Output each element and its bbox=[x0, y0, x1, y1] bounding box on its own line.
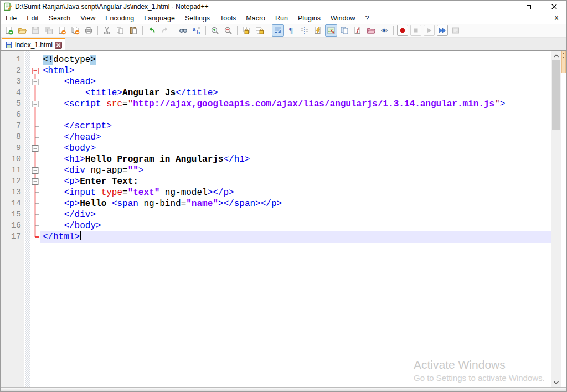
fold-collapse-marker[interactable] bbox=[30, 143, 40, 154]
code-text[interactable]: <h1>Hello Program in Angularjs</h1> bbox=[40, 154, 551, 165]
editor-pane[interactable]: 1<!doctype>2<html>3 <head>4 <title>Angul… bbox=[1, 51, 566, 387]
scrollbar-down-button[interactable] bbox=[551, 378, 561, 387]
toolbar-sync-horizontal-button[interactable] bbox=[254, 24, 266, 37]
code-text[interactable]: <body> bbox=[40, 143, 551, 154]
menu-item-plugins[interactable]: Plugins bbox=[293, 13, 326, 23]
toolbar-save-all-button[interactable] bbox=[43, 24, 55, 37]
toolbar-run-macro-multiple-button[interactable] bbox=[437, 25, 448, 36]
menu-item-search[interactable]: Search bbox=[44, 13, 76, 23]
menu-item-edit[interactable]: Edit bbox=[22, 13, 44, 23]
toolbar-separator bbox=[97, 26, 98, 35]
bookmark-cell bbox=[25, 154, 30, 165]
toolbar-replace-button[interactable]: ab bbox=[190, 24, 203, 37]
menu-item-run[interactable]: Run bbox=[270, 13, 293, 23]
toolbar-print-button[interactable] bbox=[83, 24, 95, 37]
code-text[interactable]: <div ng-app=""> bbox=[40, 165, 551, 176]
menu-item-tools[interactable]: Tools bbox=[215, 13, 241, 23]
fold-collapse-marker[interactable] bbox=[30, 99, 40, 110]
toolbar-word-wrap-button[interactable] bbox=[272, 24, 284, 37]
menu-item-settings[interactable]: Settings bbox=[180, 13, 215, 23]
toolbar-indent-guide-button[interactable] bbox=[298, 24, 311, 37]
fold-collapse-marker[interactable] bbox=[30, 176, 40, 187]
toolbar-stop-macro-button[interactable] bbox=[410, 25, 421, 36]
bookmark-cell bbox=[25, 187, 30, 198]
tab-index-1-html[interactable]: index_1.html bbox=[2, 38, 65, 50]
code-text[interactable]: <input type="text" ng-model></p> bbox=[40, 187, 551, 198]
toolbar-zoom-in-button[interactable] bbox=[209, 24, 221, 37]
minimize-button[interactable] bbox=[492, 1, 517, 13]
toolbar-function-completion-button[interactable] bbox=[312, 24, 324, 37]
toolbar: ab¶ bbox=[1, 24, 566, 38]
toolbar-record-macro-button[interactable] bbox=[397, 25, 408, 36]
toolbar-trim-save-button[interactable] bbox=[450, 24, 462, 37]
toolbar-save-file-button[interactable] bbox=[29, 24, 42, 37]
tab-close-button[interactable] bbox=[55, 42, 62, 49]
document-map-icon bbox=[327, 26, 336, 35]
fold-guide bbox=[30, 231, 40, 243]
toolbar-copy-button[interactable] bbox=[114, 24, 126, 37]
menu-close-document-button[interactable]: X bbox=[547, 14, 566, 22]
scrollbar-thumb[interactable] bbox=[552, 60, 560, 130]
fold-collapse-marker[interactable] bbox=[30, 76, 40, 87]
menu-item-file[interactable]: File bbox=[1, 13, 22, 23]
toolbar-zoom-out-button[interactable] bbox=[222, 24, 234, 37]
toolbar-new-file-button[interactable] bbox=[3, 24, 15, 37]
toolbar-cut-button[interactable] bbox=[101, 24, 113, 37]
toolbar-function-list-button[interactable] bbox=[352, 24, 364, 37]
bookmark-cell bbox=[25, 99, 30, 110]
code-line-15: 15 </div> bbox=[1, 209, 551, 220]
toolbar-monitoring-button[interactable] bbox=[378, 24, 390, 37]
toolbar-open-file-button[interactable] bbox=[16, 24, 28, 37]
code-text[interactable]: </html> bbox=[40, 231, 551, 243]
code-text[interactable]: <p>Hello <span ng-bind="name"></span></p… bbox=[40, 198, 551, 209]
menu-item-window[interactable]: Window bbox=[326, 13, 360, 23]
code-text[interactable]: <!doctype> bbox=[40, 54, 551, 65]
code-text[interactable]: <html> bbox=[40, 65, 551, 76]
toolbar-document-map-button[interactable] bbox=[325, 24, 337, 37]
code-text[interactable]: <p>Enter Text: bbox=[40, 176, 551, 187]
line-number: 5 bbox=[1, 99, 25, 110]
fold-collapse-marker[interactable] bbox=[30, 165, 40, 176]
toolbar-paste-button[interactable] bbox=[127, 24, 140, 37]
line-number: 13 bbox=[1, 187, 25, 198]
close-button[interactable] bbox=[542, 1, 566, 13]
toolbar-close-file-button[interactable] bbox=[56, 24, 68, 37]
fold-guide bbox=[30, 198, 40, 209]
document-map-panel[interactable] bbox=[561, 51, 566, 387]
tab-saved-icon bbox=[5, 41, 13, 49]
code-text[interactable]: </script> bbox=[40, 121, 551, 132]
menu-item-macro[interactable]: Macro bbox=[241, 13, 270, 23]
code-text[interactable]: <head> bbox=[40, 76, 551, 87]
vertical-scrollbar[interactable] bbox=[551, 51, 561, 387]
fold-guide bbox=[30, 154, 40, 165]
toolbar-find-button[interactable] bbox=[177, 24, 189, 37]
toolbar-document-switcher-button[interactable] bbox=[338, 24, 350, 37]
line-number: 12 bbox=[1, 176, 25, 187]
toolbar-close-all-button[interactable] bbox=[69, 24, 81, 37]
fold-collapse-marker[interactable] bbox=[30, 65, 40, 76]
menu-item-language[interactable]: Language bbox=[139, 13, 180, 23]
code-line-6: 6 bbox=[1, 110, 551, 121]
toolbar-redo-button[interactable] bbox=[159, 24, 171, 37]
code-text[interactable] bbox=[40, 110, 551, 121]
scrollbar-up-button[interactable] bbox=[551, 51, 561, 60]
toolbar-play-macro-button[interactable] bbox=[424, 25, 435, 36]
restore-button[interactable] bbox=[517, 1, 542, 13]
menu-item-help[interactable]: ? bbox=[360, 13, 374, 23]
toolbar-undo-button[interactable] bbox=[146, 24, 158, 37]
line-number: 11 bbox=[1, 165, 25, 176]
show-all-characters-icon: ¶ bbox=[287, 26, 296, 35]
menu-item-view[interactable]: View bbox=[75, 13, 100, 23]
code-text[interactable]: <title>Angular Js</title> bbox=[40, 87, 551, 99]
code-text[interactable]: </body> bbox=[40, 220, 551, 231]
toolbar-folder-as-workspace-button[interactable] bbox=[365, 24, 377, 37]
toolbar-show-all-characters-button[interactable]: ¶ bbox=[285, 24, 297, 37]
function-list-icon bbox=[353, 26, 362, 35]
code-text[interactable]: </head> bbox=[40, 132, 551, 143]
toolbar-sync-vertical-button[interactable] bbox=[240, 24, 252, 37]
code-area[interactable]: 1<!doctype>2<html>3 <head>4 <title>Angul… bbox=[1, 51, 551, 387]
tab-label: index_1.html bbox=[15, 41, 53, 49]
menu-item-encoding[interactable]: Encoding bbox=[100, 13, 139, 23]
code-text[interactable]: <script src="http://ajax,googleapis.com/… bbox=[40, 99, 551, 110]
code-text[interactable]: </div> bbox=[40, 209, 551, 220]
